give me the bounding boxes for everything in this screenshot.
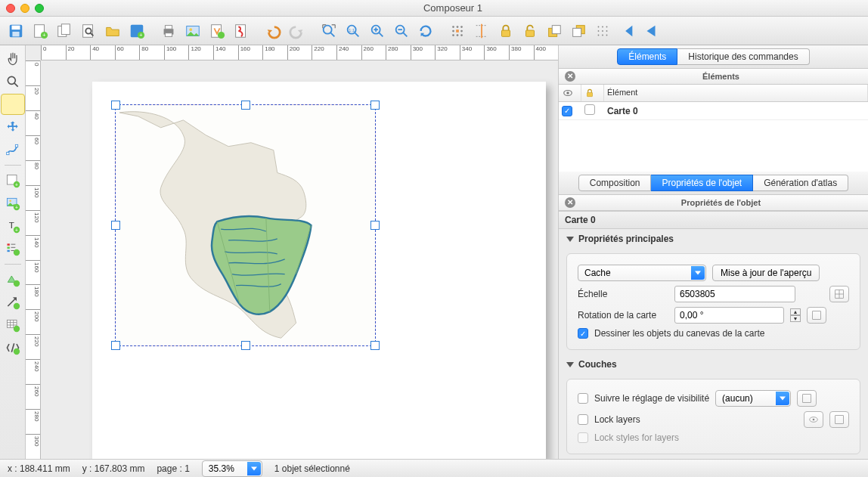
new-composer-button[interactable]: +: [29, 20, 51, 42]
lock-checkbox[interactable]: [584, 104, 595, 115]
composer-canvas[interactable]: 0204060801001201401601802002202402602803…: [26, 45, 558, 459]
svg-rect-64: [6, 152, 8, 154]
visibility-checkbox[interactable]: [562, 106, 572, 116]
add-map-button[interactable]: +: [2, 170, 23, 191]
align-button[interactable]: [591, 20, 614, 42]
zoom-out-button[interactable]: [390, 20, 413, 42]
resize-handle-nw[interactable]: [111, 101, 120, 110]
section-header-main-properties[interactable]: Propriétés principales: [559, 229, 868, 249]
close-properties-panel-button[interactable]: ✕: [565, 197, 575, 208]
atlas-first-button[interactable]: [615, 20, 638, 42]
save-template-button[interactable]: +: [126, 20, 148, 42]
tab-elements[interactable]: Éléments: [617, 48, 677, 65]
redo-button[interactable]: [286, 20, 308, 42]
section-title: Couches: [578, 359, 617, 370]
svg-text:T: T: [8, 220, 14, 230]
unlock-button[interactable]: [519, 20, 541, 42]
node-edit-tool[interactable]: [2, 139, 23, 160]
data-defined-layers-button[interactable]: [829, 411, 849, 428]
move-content-tool[interactable]: [2, 116, 23, 138]
zoom-100-button[interactable]: 1:1: [342, 20, 364, 42]
rotation-label: Rotation de la carte: [578, 310, 668, 321]
resize-handle-ne[interactable]: [370, 101, 380, 110]
open-button[interactable]: [101, 20, 124, 42]
zoom-window-button[interactable]: [35, 4, 44, 13]
snap-guides-button[interactable]: [470, 20, 493, 42]
follow-visibility-label: Suivre le réglage de visibilité: [594, 393, 709, 404]
pan-tool[interactable]: [2, 48, 23, 70]
lower-button[interactable]: [567, 20, 590, 42]
section-title: Propriétés principales: [578, 234, 674, 244]
scale-input[interactable]: [674, 286, 795, 302]
export-svg-button[interactable]: [206, 20, 228, 42]
svg-text:+: +: [15, 205, 18, 210]
export-pdf-button[interactable]: [230, 20, 253, 42]
refresh-button[interactable]: [414, 20, 437, 42]
svg-rect-42: [456, 29, 459, 33]
resize-handle-e[interactable]: [370, 221, 380, 230]
lock-button[interactable]: [494, 20, 517, 42]
tab-composition[interactable]: Composition: [578, 175, 652, 191]
svg-point-41: [460, 34, 463, 36]
tab-command-history[interactable]: Historique des commandes: [677, 48, 809, 65]
snap-grid-button[interactable]: [446, 20, 469, 42]
right-panel: Éléments Historique des commandes ✕ Élém…: [558, 45, 868, 459]
resize-handle-s[interactable]: [241, 341, 250, 350]
add-arrow-button[interactable]: [2, 292, 23, 313]
follow-visibility-checkbox[interactable]: [578, 393, 588, 404]
svg-line-23: [330, 32, 335, 36]
resize-handle-sw[interactable]: [111, 341, 120, 350]
data-defined-scale-button[interactable]: [829, 286, 849, 302]
svg-point-36: [460, 26, 463, 28]
close-window-button[interactable]: [6, 4, 15, 13]
element-row-carte-0[interactable]: Carte 0: [559, 102, 868, 120]
export-image-button[interactable]: [181, 20, 204, 42]
rotation-spinner[interactable]: ▲▼: [790, 308, 801, 322]
ruler-horizontal: 0204060801001201401601802002202402602803…: [41, 45, 558, 60]
svg-rect-77: [7, 247, 9, 249]
zoom-full-button[interactable]: [318, 20, 340, 42]
undo-button[interactable]: [262, 20, 284, 42]
status-bar: x : 188.411 mm y : 167.803 mm page : 1 3…: [0, 459, 868, 477]
draw-canvas-label: Dessiner les objets du canevas de la car…: [594, 328, 764, 339]
add-label-button[interactable]: T+: [2, 215, 23, 237]
resize-handle-n[interactable]: [241, 101, 250, 110]
select-tool[interactable]: [1, 94, 25, 115]
col-visibility-icon: [559, 85, 581, 101]
tab-item-properties[interactable]: Propriétés de l'objet: [651, 175, 753, 191]
svg-text:+: +: [15, 182, 18, 187]
draw-canvas-checkbox[interactable]: [578, 328, 588, 339]
lock-layers-checkbox[interactable]: [578, 414, 588, 425]
add-image-button[interactable]: +: [2, 193, 23, 214]
follow-visibility-select[interactable]: (aucun): [715, 390, 791, 407]
map-item-carte-0[interactable]: [115, 104, 376, 346]
data-defined-rotation-button[interactable]: [807, 307, 826, 324]
add-legend-button[interactable]: [2, 238, 23, 259]
add-shape-button[interactable]: [2, 269, 23, 290]
atlas-prev-button[interactable]: [640, 20, 662, 42]
ruler-vertical: 0204060801001201401601802002202402602803…: [26, 60, 41, 459]
zoom-select[interactable]: 35.3%: [202, 460, 262, 477]
duplicate-composer-button[interactable]: [53, 20, 76, 42]
composer-page[interactable]: [92, 82, 546, 459]
update-preview-button[interactable]: Mise à jour de l'aperçu: [712, 265, 820, 281]
rotation-input[interactable]: [674, 307, 784, 324]
tab-atlas[interactable]: Génération d'atlas: [753, 175, 848, 191]
zoom-tool[interactable]: [2, 71, 23, 92]
data-defined-visibility-button[interactable]: [797, 390, 817, 407]
composer-manager-button[interactable]: [77, 20, 100, 42]
save-button[interactable]: [5, 20, 27, 42]
zoom-in-button[interactable]: [366, 20, 389, 42]
add-html-button[interactable]: [2, 337, 23, 358]
print-button[interactable]: [157, 20, 180, 42]
set-layers-from-canvas-button[interactable]: [804, 411, 823, 428]
close-elements-panel-button[interactable]: ✕: [565, 71, 575, 82]
resize-handle-se[interactable]: [370, 341, 380, 350]
section-header-layers[interactable]: Couches: [559, 355, 868, 374]
add-table-button[interactable]: [2, 314, 23, 336]
top-panel-tabs: Éléments Historique des commandes: [559, 45, 868, 69]
raise-button[interactable]: [543, 20, 566, 42]
minimize-window-button[interactable]: [20, 4, 29, 13]
preview-mode-select[interactable]: Cache: [578, 265, 706, 281]
resize-handle-w[interactable]: [111, 221, 120, 230]
